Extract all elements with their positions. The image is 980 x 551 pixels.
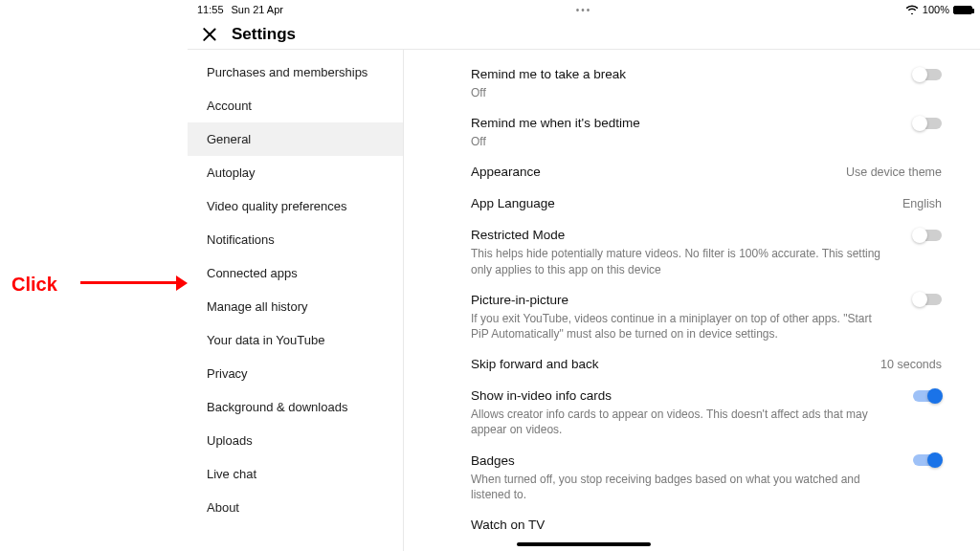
- toggle-badges[interactable]: [913, 454, 942, 466]
- status-time: 11:55: [197, 4, 224, 15]
- sidebar-item-autoplay[interactable]: Autoplay: [188, 156, 403, 189]
- settings-sidebar: Purchases and memberships Account Genera…: [188, 50, 404, 551]
- wifi-icon: [905, 5, 919, 14]
- sidebar-item-background-downloads[interactable]: Background & downloads: [188, 390, 403, 424]
- setting-value: Use device theme: [846, 165, 942, 179]
- battery-percent: 100%: [923, 4, 949, 15]
- setting-title: Badges: [471, 453, 515, 468]
- setting-title: Skip forward and back: [471, 357, 599, 371]
- status-multitask-dots[interactable]: •••: [576, 5, 592, 15]
- setting-title: App Language: [471, 196, 555, 210]
- sidebar-item-connected-apps[interactable]: Connected apps: [188, 256, 403, 290]
- toggle-info-cards[interactable]: [913, 390, 942, 402]
- setting-subtext: When turned off, you stop receiving badg…: [471, 472, 892, 502]
- sidebar-item-purchases[interactable]: Purchases and memberships: [188, 55, 403, 89]
- sidebar-item-live-chat[interactable]: Live chat: [188, 457, 403, 491]
- annotation-arrow: [80, 281, 188, 285]
- close-icon[interactable]: [201, 26, 218, 43]
- setting-remind-break[interactable]: Remind me to take a break Off: [471, 57, 942, 106]
- toggle-remind-bedtime[interactable]: [913, 118, 942, 129]
- sidebar-item-manage-history[interactable]: Manage all history: [188, 290, 403, 323]
- setting-restricted-mode[interactable]: Restricted Mode This helps hide potentia…: [471, 218, 942, 282]
- setting-subtext: If you exit YouTube, videos continue in …: [471, 311, 892, 342]
- toggle-pip[interactable]: [913, 294, 942, 305]
- toggle-remind-break[interactable]: [913, 69, 942, 80]
- annotation-click-label: Click: [11, 274, 57, 296]
- setting-title: Remind me when it's bedtime: [471, 116, 640, 130]
- setting-value: 10 seconds: [880, 358, 942, 371]
- sidebar-item-your-data[interactable]: Your data in YouTube: [188, 323, 403, 357]
- setting-pip[interactable]: Picture-in-picture If you exit YouTube, …: [471, 283, 942, 347]
- setting-watch-tv[interactable]: Watch on TV: [471, 508, 942, 540]
- toggle-restricted-mode[interactable]: [913, 230, 942, 241]
- setting-title: Show in-video info cards: [471, 388, 612, 403]
- settings-content: Remind me to take a break Off Remind me …: [404, 50, 980, 551]
- setting-appearance[interactable]: Appearance Use device theme: [471, 155, 942, 187]
- setting-language[interactable]: App Language English: [471, 187, 942, 218]
- setting-title: Picture-in-picture: [471, 293, 568, 307]
- page-title: Settings: [232, 25, 296, 44]
- setting-info-cards[interactable]: Show in-video info cards Allows creator …: [471, 379, 942, 443]
- battery-icon: [953, 6, 972, 14]
- setting-badges[interactable]: Badges When turned off, you stop receivi…: [471, 444, 942, 508]
- sidebar-item-notifications[interactable]: Notifications: [188, 223, 403, 256]
- setting-subtext: Off: [471, 134, 892, 149]
- status-date: Sun 21 Apr: [232, 4, 283, 15]
- setting-title: Watch on TV: [471, 518, 545, 532]
- setting-title: Appearance: [471, 165, 541, 179]
- sidebar-item-general[interactable]: General: [188, 122, 403, 156]
- setting-title: Remind me to take a break: [471, 67, 626, 81]
- setting-skip[interactable]: Skip forward and back 10 seconds: [471, 347, 942, 379]
- setting-subtext: Allows creator info cards to appear on v…: [471, 407, 892, 437]
- sidebar-item-video-quality[interactable]: Video quality preferences: [188, 189, 403, 223]
- setting-remind-bedtime[interactable]: Remind me when it's bedtime Off: [471, 106, 942, 155]
- sidebar-item-account[interactable]: Account: [188, 89, 403, 122]
- sidebar-item-about[interactable]: About: [188, 491, 403, 524]
- home-indicator[interactable]: [517, 542, 651, 546]
- setting-title: Restricted Mode: [471, 228, 565, 242]
- status-bar: 11:55 Sun 21 Apr ••• 100%: [188, 0, 980, 19]
- setting-value: English: [902, 197, 942, 210]
- sidebar-item-privacy[interactable]: Privacy: [188, 357, 403, 390]
- settings-header: Settings: [188, 19, 980, 50]
- setting-subtext: This helps hide potentially mature video…: [471, 246, 892, 276]
- sidebar-item-uploads[interactable]: Uploads: [188, 424, 403, 457]
- setting-subtext: Off: [471, 85, 892, 100]
